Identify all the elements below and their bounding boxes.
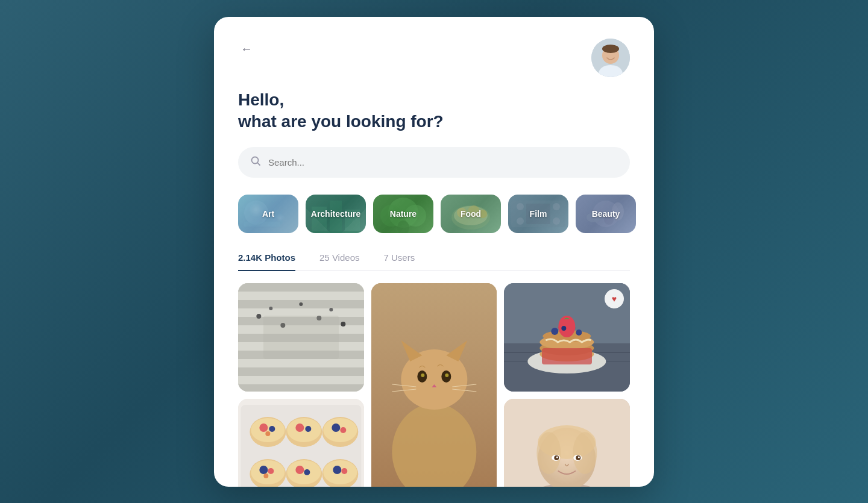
tab-users-label: 7 Users bbox=[383, 252, 415, 263]
photo-zebra-crossing[interactable] bbox=[238, 283, 364, 392]
photo-mini-pastries[interactable] bbox=[238, 399, 364, 487]
svg-point-81 bbox=[269, 426, 275, 432]
svg-point-103 bbox=[341, 468, 347, 474]
tab-users[interactable]: 7 Users bbox=[383, 252, 415, 271]
svg-rect-39 bbox=[238, 384, 364, 392]
tabs-row: 2.14K Photos 25 Videos 7 Users bbox=[238, 252, 630, 271]
svg-point-98 bbox=[295, 466, 304, 474]
svg-point-75 bbox=[562, 326, 567, 331]
category-chip-architecture[interactable]: Architecture bbox=[306, 195, 366, 233]
svg-point-80 bbox=[259, 423, 268, 432]
svg-rect-36 bbox=[238, 334, 364, 342]
svg-point-25 bbox=[517, 217, 524, 225]
tab-photos[interactable]: 2.14K Photos bbox=[238, 252, 295, 271]
search-bar[interactable] bbox=[238, 147, 630, 178]
category-chip-film[interactable]: Film bbox=[508, 195, 568, 233]
category-chip-art[interactable]: Art bbox=[238, 195, 298, 233]
svg-point-86 bbox=[305, 426, 311, 432]
svg-point-26 bbox=[553, 217, 560, 225]
svg-point-102 bbox=[333, 466, 341, 474]
greeting: Hello, what are you looking for? bbox=[238, 89, 630, 133]
photo-cat[interactable] bbox=[371, 283, 497, 487]
main-card: ← Hello, what are you looking for? bbox=[214, 17, 654, 487]
svg-point-110 bbox=[573, 432, 597, 474]
category-label-art: Art bbox=[262, 209, 274, 219]
svg-point-89 bbox=[332, 423, 340, 432]
svg-rect-8 bbox=[244, 222, 280, 227]
avatar[interactable] bbox=[591, 39, 630, 77]
category-label-food: Food bbox=[461, 209, 481, 219]
svg-point-85 bbox=[295, 423, 304, 432]
svg-point-3 bbox=[602, 45, 619, 53]
svg-point-66 bbox=[528, 349, 606, 373]
tab-photos-label: 2.14K Photos bbox=[238, 252, 295, 263]
svg-point-99 bbox=[304, 469, 310, 475]
svg-point-74 bbox=[576, 330, 582, 336]
svg-point-113 bbox=[556, 456, 558, 458]
svg-point-79 bbox=[251, 418, 285, 442]
svg-point-90 bbox=[340, 427, 346, 433]
categories-row: Art Architecture Nature bbox=[238, 195, 630, 233]
search-icon bbox=[250, 155, 261, 169]
svg-line-5 bbox=[258, 163, 260, 166]
svg-point-42 bbox=[280, 323, 285, 328]
category-chip-food[interactable]: Food bbox=[441, 195, 501, 233]
svg-rect-37 bbox=[238, 351, 364, 359]
svg-rect-12 bbox=[309, 231, 363, 233]
svg-point-94 bbox=[268, 468, 274, 474]
svg-point-82 bbox=[265, 431, 270, 436]
svg-point-23 bbox=[517, 203, 524, 210]
svg-point-67 bbox=[540, 347, 594, 361]
svg-point-116 bbox=[578, 456, 580, 458]
search-input[interactable] bbox=[268, 157, 618, 167]
svg-point-4 bbox=[252, 157, 259, 164]
tab-videos-label: 25 Videos bbox=[319, 252, 359, 263]
svg-point-84 bbox=[287, 418, 321, 442]
header: ← bbox=[238, 39, 630, 77]
svg-point-73 bbox=[552, 328, 559, 335]
category-chip-nature[interactable]: Nature bbox=[373, 195, 433, 233]
svg-point-45 bbox=[329, 308, 333, 311]
svg-point-109 bbox=[537, 432, 561, 474]
photo-portrait[interactable] bbox=[504, 399, 630, 487]
photo-pancakes[interactable]: ♥ bbox=[504, 283, 630, 392]
photos-grid: ♥ bbox=[238, 283, 630, 487]
svg-rect-38 bbox=[238, 367, 364, 376]
like-button-pancakes[interactable]: ♥ bbox=[605, 289, 624, 308]
category-label-film: Film bbox=[530, 209, 547, 219]
back-button[interactable]: ← bbox=[238, 40, 255, 58]
svg-point-41 bbox=[269, 307, 272, 310]
category-label-nature: Nature bbox=[390, 209, 417, 219]
svg-point-24 bbox=[553, 203, 560, 210]
tab-videos[interactable]: 25 Videos bbox=[319, 252, 359, 271]
svg-point-56 bbox=[445, 373, 448, 377]
category-chip-beauty[interactable]: Beauty bbox=[576, 195, 636, 233]
category-label-beauty: Beauty bbox=[592, 209, 620, 219]
svg-point-92 bbox=[251, 460, 285, 484]
svg-point-44 bbox=[316, 316, 321, 320]
category-label-architecture: Architecture bbox=[311, 209, 360, 219]
svg-point-93 bbox=[259, 466, 268, 474]
svg-point-40 bbox=[256, 314, 261, 319]
svg-point-95 bbox=[263, 473, 268, 478]
svg-point-43 bbox=[299, 302, 303, 306]
svg-point-55 bbox=[421, 373, 424, 377]
greeting-line1: Hello, bbox=[238, 89, 630, 111]
back-arrow-icon: ← bbox=[241, 42, 253, 55]
svg-point-46 bbox=[341, 322, 345, 326]
greeting-line2: what are you looking for? bbox=[238, 111, 630, 133]
svg-rect-33 bbox=[238, 283, 364, 292]
